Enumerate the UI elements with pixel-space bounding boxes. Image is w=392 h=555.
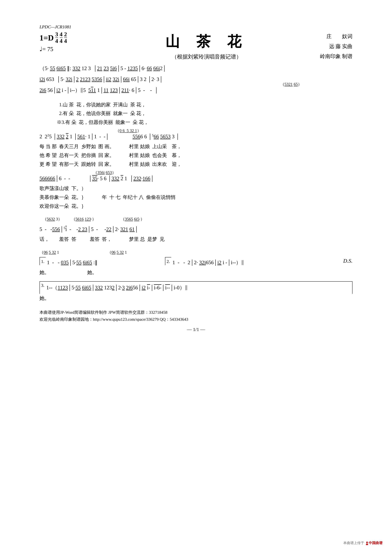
footer-line2: 欢迎光临岭南印象制谱园地：http://www.qupu123.com/spac… bbox=[40, 316, 352, 323]
section-3: （356i 653） 566666│6 - - │35· 5 6 │332 2 … bbox=[40, 173, 352, 211]
volta-1: 1. bbox=[40, 257, 46, 265]
notation-line-6: 5 - -556│5i - -2 23│5 - -22│2· 321 61│ bbox=[40, 224, 352, 235]
lyrics6: 她。 bbox=[40, 294, 352, 303]
volta-3-label: 3. bbox=[41, 282, 44, 288]
lyrics3-v3: 欢迎你这一朵 花。｝ bbox=[40, 202, 352, 211]
lyrics2-v1: 每 当 那 春天三月 乡野如 图 画。 村里 姑娘 上山采 茶， bbox=[40, 142, 352, 151]
lyrics3-v1: 歌声荡漾山坡 下。） bbox=[40, 184, 352, 193]
lyricist: 庄 奴词 bbox=[320, 31, 352, 41]
page-number: — 1/1 — bbox=[40, 326, 352, 333]
lyrics-v2: 2.有 朵 花，他说你美丽 就象一 朵 花， bbox=[40, 109, 352, 118]
tune-info-left: 1=D 3 4 4 4 2 4 ♩= 75 bbox=[40, 31, 93, 53]
lyrics3-v2: 美慕你象一朵 花。｝ 年 十 七 年纪十 八 偷偷在说悄悄 bbox=[40, 193, 352, 202]
page-id: LPDC—JCR1081 bbox=[40, 24, 352, 30]
section-1: （5· 55 6i65 ‖: 332 12 3 │21 23 5i6│5 - 1… bbox=[40, 63, 352, 96]
small-notes-row: （5632 3） （5616 123·） （3565 6i5·） bbox=[40, 215, 352, 224]
lyrics2-v3: 更 希 望 有那一天 跟她转 回 家。 村里 姑娘 出来欢 迎， bbox=[40, 160, 352, 169]
volta-1-label: 1. bbox=[41, 259, 44, 264]
watermark-text: 本曲谱上传于 bbox=[343, 540, 364, 546]
section-4: （5632 3） （5616 123·） （3565 6i5·） 5 - -55… bbox=[40, 215, 352, 244]
lyrics5-v1: 她。 她。 bbox=[40, 268, 352, 277]
time-sig-2: 4 4 bbox=[60, 31, 63, 44]
page-container: LPDC—JCR1081 1=D 3 4 4 4 2 4 ♩= 75 bbox=[19, 13, 373, 344]
composer: 远 藤 实曲 bbox=[320, 41, 352, 51]
music-content: （5· 55 6i65 ‖: 332 12 3 │21 23 5i6│5 - 1… bbox=[40, 63, 352, 303]
ds-sign: D.S. bbox=[343, 257, 352, 265]
title-block: 山 茶 花 （根据刘紫玲演唱音频记谱） bbox=[93, 31, 320, 61]
logo-text: 中国曲谱 bbox=[369, 540, 383, 546]
volta-3-block: 3. 1--（1123│5·55 6i65│332 1232│2·3 2i656… bbox=[40, 281, 352, 294]
arranger: 岭南印象 制谱 bbox=[320, 51, 352, 61]
main-title: 山 茶 花 bbox=[93, 31, 320, 51]
credits: 庄 奴词 远 藤 实曲 岭南印象 制谱 bbox=[320, 31, 352, 61]
section-2: （0 6 5 32 1） 2 225 │332 2 1 │561· 1│1 - … bbox=[40, 131, 352, 169]
volta-2-notation: 1 - - 2│2· 32i656│i2 i -│i--）‖ bbox=[172, 257, 340, 268]
key-signature: 1=D 3 4 4 4 2 4 bbox=[40, 31, 93, 44]
watermark: 本曲谱上传于 中国曲谱 bbox=[343, 540, 383, 546]
time-sig-3: 2 4 bbox=[64, 31, 67, 44]
lyrics-v3: ※3.有 朵 花，但愿你美丽 能象一 朵 花， bbox=[40, 118, 352, 127]
section-6: 3. 1--（1123│5·55 6i65│332 1232│2·3 2i656… bbox=[40, 281, 352, 303]
subtitle: （根据刘紫玲演唱音频记谱） bbox=[93, 53, 320, 61]
section-5: （06 5 32 1 （06 5 32 1 1. 1 - - 035│5·55 … bbox=[40, 248, 352, 277]
time-sig-1: 3 4 bbox=[55, 31, 58, 44]
footer-line1: 本曲谱使用JP-Word简谱编辑软件制作 JPW简谱软件交流群：33271845… bbox=[40, 309, 352, 316]
volta-labels: （06 5 32 1 （06 5 32 1 bbox=[40, 248, 352, 257]
watermark-logo: 中国曲谱 bbox=[365, 540, 383, 546]
notation-line-4: （0 6 5 32 1） 2 225 │332 2 1 │561· 1│1 - … bbox=[40, 131, 352, 142]
lyrics4-v1: 话， 羞答 答 羞答 答， 梦里 总 是梦 见 bbox=[40, 235, 352, 244]
flame-icon bbox=[365, 541, 369, 545]
volta-2-notes: 1 - - 2│2· 32i656│i2 i -│i--）‖ bbox=[172, 257, 340, 268]
footer: 本曲谱使用JP-Word简谱编辑软件制作 JPW简谱软件交流群：33271845… bbox=[40, 309, 352, 323]
volta-2-label: 2. bbox=[167, 259, 170, 264]
volta-3-notation: 1--（1123│5·55 6i65│332 1232│2·3 2i656│i2… bbox=[46, 282, 351, 293]
header-row: 1=D 3 4 4 4 2 4 ♩= 75 山 茶 花 （根据刘紫玲演唱音频记谱… bbox=[40, 31, 352, 61]
volta-2: 2. bbox=[165, 257, 171, 265]
notation-line-5: （356i 653） 566666│6 - - │35· 5 6 │332 2 … bbox=[40, 173, 352, 184]
notation-line-3: （5321 65） 2i6 56│i2 i -│i--）‖5 511 1│11 … bbox=[40, 85, 352, 96]
tempo: ♩= 75 bbox=[40, 45, 93, 53]
key-label: 1=D bbox=[40, 32, 54, 43]
lyrics2-v2: 他 希 望 总有一天 把你摘 回 家。 村里 姑娘 也会美 慕， bbox=[40, 151, 352, 160]
volta-1-notes: 1 - - 035│5·55 6i65 :‖ bbox=[47, 257, 159, 268]
volta-row: 1. 1 - - 035│5·55 6i65 :‖ 2. 1 - - 2│2· … bbox=[40, 257, 352, 268]
lyrics-v1: 1.山 茶 花，你说她的家 开满山 茶 花， bbox=[40, 100, 352, 109]
volta-1-notation: 1 - - 035│5·55 6i65 :‖ bbox=[47, 257, 159, 268]
lyrics-block-1: 1.山 茶 花，你说她的家 开满山 茶 花， 2.有 朵 花，他说你美丽 就象一… bbox=[40, 100, 352, 127]
notation-line-1: （5· 55 6i65 ‖: 332 12 3 │21 23 5i6│5 - 1… bbox=[40, 63, 352, 74]
notation-line-2: i2i 653 │5· 32i│2 2123 5356│ii2 32i│66i … bbox=[40, 74, 352, 85]
